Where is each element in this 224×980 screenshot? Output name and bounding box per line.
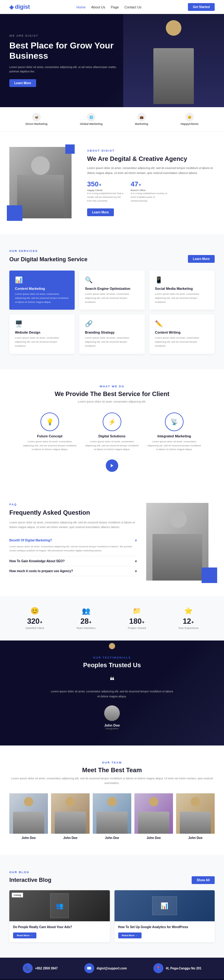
- service-icon-4: 🔗: [85, 320, 139, 328]
- contact-address: 📍 4t, Pega-Canggu No 201: [154, 963, 201, 973]
- stat-1: 47+ Branch Office It is a long establish…: [131, 180, 168, 203]
- services-section: OUR SERVICES Our Digital Marketing Servi…: [0, 234, 224, 369]
- service-title-1: Search Engine Optimization: [85, 287, 139, 290]
- brand-name-1: Global Marketing: [80, 123, 103, 126]
- blog-read-more-1[interactable]: Read More →: [118, 932, 142, 939]
- service-title-3: Website Design: [15, 331, 69, 334]
- team-title: Meet The Best Team: [9, 767, 215, 774]
- brand-name-3: HappyClients: [181, 123, 198, 126]
- counter-num-1: 28+: [76, 617, 96, 625]
- testimonials-section: OUR TESTIMONIALS Peoples Trusted Us ❝ Lo…: [0, 641, 224, 745]
- blog-card-0: Living 👥 Do People Really Care About You…: [9, 890, 110, 942]
- service-card-5: ✏️ Content Writing Lorem ipsum dolor sit…: [149, 314, 215, 353]
- team-card-4: John Doe: [176, 793, 215, 840]
- team-name-4: John Doe: [176, 836, 215, 840]
- blog-grid: Living 👥 Do People Really Care About You…: [9, 890, 215, 942]
- team-img-1: [51, 793, 90, 834]
- testimonial-text: Lorem ipsum dolor sit amet, consectetur …: [50, 689, 174, 699]
- contact-bar: 📞 +852 2959 3947 ✉️ digist@support.com 📍…: [0, 958, 224, 979]
- phone-icon: 📞: [23, 963, 33, 973]
- testimonial-avatar: [104, 705, 120, 721]
- why-item-0: 💡 Future Concept Lorem ipsum dolor sit a…: [22, 412, 78, 452]
- nav-page[interactable]: Page: [111, 5, 119, 9]
- stat-desc-0: It is a long established fact that a rea…: [87, 192, 125, 203]
- service-desc-4: Lorem ipsum dolor sit amet, consectetur …: [85, 336, 139, 348]
- why-item-desc-2: Lorem ipsum dolor sit amet, consectetur …: [146, 440, 202, 452]
- counter-icon-1: 👥: [76, 607, 96, 615]
- testimonials-label: OUR TESTIMONIALS: [9, 656, 215, 659]
- faq-question-1[interactable]: How To Gain Knowledge About SEO? ∨: [9, 559, 137, 563]
- counter-label-3: Year Experience: [178, 627, 198, 630]
- about-accent-1: [7, 205, 22, 221]
- brand-icon-2: 💼: [137, 113, 146, 121]
- play-icon: [110, 463, 114, 468]
- why-item-title-0: Future Concept: [22, 434, 78, 438]
- blog-read-more-0[interactable]: Read More →: [13, 932, 37, 939]
- stat-label-0: Happy Clients: [87, 189, 125, 192]
- service-icon-5: ✏️: [155, 320, 209, 328]
- why-icon-2: 📡: [165, 412, 184, 431]
- brand-name-2: Marketing: [135, 123, 149, 126]
- team-img-3: [134, 793, 173, 834]
- team-description: Lorem ipsum dolor sit amet, consectetur …: [9, 776, 215, 786]
- blog-showall-button[interactable]: Show All: [192, 876, 215, 884]
- logo-text: digist: [15, 4, 30, 10]
- testimonial-role: Designation: [9, 727, 215, 730]
- service-card-4: 🔗 Branding Strategy Lorem ipsum dolor si…: [79, 314, 145, 353]
- faq-title: Frequently Asked Question: [9, 509, 137, 517]
- service-icon-2: 📱: [155, 276, 209, 283]
- blog-title: Interactive Blog: [9, 877, 51, 883]
- services-title: Our Digital Marketing Service: [9, 256, 87, 263]
- contact-email: ✉️ digist@support.com: [84, 963, 127, 973]
- nav-contact[interactable]: Contact Us: [125, 5, 141, 9]
- why-subtitle: Lorem ipsum dolor sit amet, consectetur …: [9, 400, 215, 403]
- counter-label-1: Team Members: [76, 627, 96, 630]
- faq-question-2[interactable]: How much it costs to prepare use Agency?…: [9, 570, 137, 573]
- why-item-2: 📡 Integrated Marketing Lorem ipsum dolor…: [146, 412, 202, 452]
- contact-address-value: 4t, Pega-Canggu No 201: [166, 967, 201, 970]
- blog-post-title-1: How To Set Up Google Analytics for WordP…: [118, 925, 211, 929]
- brand-icon-1: 🌐: [87, 113, 96, 121]
- hero-subtitle: WE ARE DIGIST: [9, 34, 122, 37]
- faq-item-2: How much it costs to prepare use Agency?…: [9, 566, 137, 576]
- logo: ◈ digist: [9, 4, 30, 11]
- hero-cta-button[interactable]: Learn More: [9, 79, 36, 87]
- blog-section: OUR BLOG Interactive Blog Show All Livin…: [0, 855, 224, 958]
- nav-about[interactable]: About Us: [91, 5, 105, 9]
- team-section: OUR TEAM Meet The Best Team Lorem ipsum …: [0, 746, 224, 856]
- play-button[interactable]: [106, 460, 118, 472]
- team-name-0: John Doe: [9, 836, 48, 840]
- blog-img-1: 📊: [115, 890, 215, 921]
- contact-phone-value: +852 2959 3947: [35, 967, 58, 970]
- service-title-2: Social Media Marketing: [155, 287, 209, 290]
- hero-section: WE ARE DIGIST Best Place for Grow Your B…: [0, 14, 224, 107]
- blog-card-1: 📊 How To Set Up Google Analytics for Wor…: [115, 890, 215, 942]
- brand-icon-0: 🦋: [32, 113, 41, 121]
- counter-3: ⭐ 12+ Year Experience: [178, 607, 198, 630]
- about-title: We Are Degital & Creative Agency: [87, 155, 215, 163]
- brand-name-0: Direct Marketing: [26, 123, 48, 126]
- hero-title: Best Place for Grow Your Business: [9, 40, 122, 61]
- faq-image-container: [146, 503, 215, 581]
- team-label: OUR TEAM: [9, 761, 215, 764]
- team-img-2: [93, 793, 131, 834]
- why-icon-1: ⚡: [103, 412, 121, 431]
- logo-icon: ◈: [9, 4, 14, 11]
- about-image-container: [9, 147, 78, 218]
- service-title-0: Content Marketing: [15, 287, 69, 290]
- about-content: ABOUT DIGIST We Are Degital & Creative A…: [87, 149, 215, 216]
- stat-number-1: 47+: [131, 180, 168, 188]
- services-cta-button[interactable]: Learn More: [188, 255, 215, 263]
- services-header: Our Digital Marketing Service Learn More: [9, 255, 215, 263]
- stats-container: 350+ Happy Clients It is a long establis…: [87, 180, 215, 203]
- about-cta-button[interactable]: Learn More: [87, 208, 114, 216]
- faq-section: FAQ Frequently Asked Question Lorem ipsu…: [0, 487, 224, 596]
- faq-question-0[interactable]: Benefit Of Digital Marketing? ∨: [9, 539, 137, 542]
- footer: ◈ digist Lorem ipsum dolor sit amet, con…: [0, 979, 224, 980]
- faq-answer-0: Lorem ipsum dolor sit amet, consectetur …: [9, 544, 137, 553]
- blog-label: OUR BLOG: [9, 871, 215, 874]
- nav-home[interactable]: Home: [77, 5, 86, 9]
- counter-num-2: 180+: [128, 617, 146, 625]
- counter-num-3: 12+: [178, 617, 198, 625]
- nav-cta-button[interactable]: Get Started: [188, 3, 215, 11]
